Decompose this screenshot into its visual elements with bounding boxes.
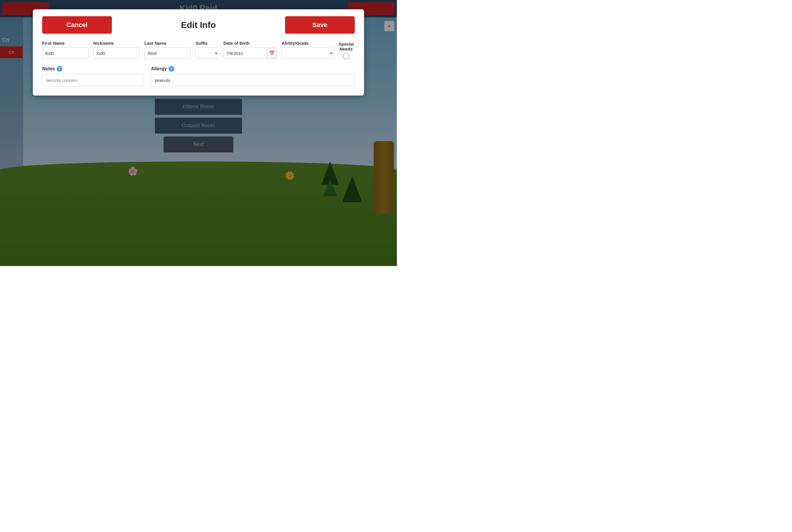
modal-header: Cancel Edit Info Save	[42, 16, 355, 34]
nickname-label: Nickname	[93, 41, 140, 45]
modal-title: Edit Info	[181, 20, 216, 30]
save-button[interactable]: Save	[285, 16, 355, 34]
fields-row: First Name Nickname Last Name Suffix Jr …	[42, 41, 355, 59]
notes-allergy-row: Notes ? Allergy ?	[42, 66, 355, 86]
notes-help-icon[interactable]: ?	[57, 66, 62, 72]
first-name-input[interactable]	[42, 48, 89, 59]
allergy-label: Allergy	[151, 66, 167, 72]
dob-label: Date of Birth	[223, 41, 277, 45]
nickname-group: Nickname	[93, 41, 140, 59]
nickname-input[interactable]	[93, 48, 140, 59]
special-needs-checkbox[interactable]	[343, 53, 349, 59]
allergy-help-icon[interactable]: ?	[168, 66, 174, 72]
dob-group: Date of Birth 📅	[223, 41, 277, 59]
notes-label-row: Notes ?	[42, 66, 144, 72]
suffix-label: Suffix	[196, 41, 219, 45]
first-name-label: First Name	[42, 41, 89, 45]
ability-grade-select[interactable]: Kindergarten 1st Grade 2nd Grade	[281, 48, 334, 59]
allergy-input[interactable]	[151, 74, 355, 86]
allergy-label-row: Allergy ?	[151, 66, 355, 72]
notes-section: Notes ?	[42, 66, 144, 86]
dob-wrapper: 📅	[223, 48, 277, 59]
cancel-button[interactable]: Cancel	[42, 16, 112, 34]
last-name-input[interactable]	[144, 48, 191, 59]
ability-grade-group: Ability/Grade Kindergarten 1st Grade 2nd…	[281, 41, 334, 59]
suffix-select[interactable]: Jr Sr II III	[196, 48, 219, 59]
edit-info-modal: Cancel Edit Info Save First Name Nicknam…	[33, 9, 364, 96]
last-name-group: Last Name	[144, 41, 191, 59]
last-name-label: Last Name	[144, 41, 191, 45]
allergy-section: Allergy ?	[151, 66, 355, 86]
first-name-group: First Name	[42, 41, 89, 59]
special-needs-label: Special Needs	[338, 41, 354, 51]
special-needs-group: Special Needs	[338, 41, 354, 59]
notes-label: Notes	[42, 66, 55, 72]
notes-input[interactable]	[42, 74, 144, 86]
calendar-icon[interactable]: 📅	[267, 48, 277, 59]
suffix-group: Suffix Jr Sr II III	[196, 41, 219, 59]
ability-grade-label: Ability/Grade	[281, 41, 334, 45]
dob-input[interactable]	[223, 48, 267, 59]
